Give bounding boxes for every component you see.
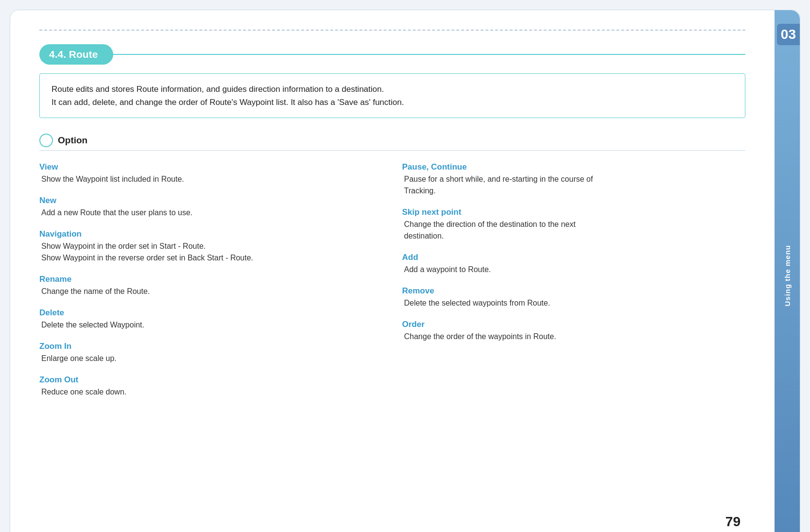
option-zoom-in-desc: Enlarge one scale up. [39,353,383,364]
sidebar-label: Using the menu [783,245,792,307]
option-zoom-in: Zoom In Enlarge one scale up. [39,342,383,364]
option-add-label: Add [402,253,746,262]
section-heading-pill: 4.4. Route [39,44,113,65]
option-skip-next-point-desc: Change the direction of the destination … [402,219,746,242]
option-pause-continue: Pause, Continue Pause for a short while,… [402,162,746,197]
option-heading: Option [39,134,745,147]
option-view: View Show the Waypoint list included in … [39,162,383,185]
option-view-label: View [39,162,383,172]
option-rename-desc: Change the name of the Route. [39,286,383,297]
option-remove-label: Remove [402,286,746,296]
option-new-desc: Add a new Route that the user plans to u… [39,207,383,219]
section-title: 4.4. Route [49,49,98,60]
option-new: New Add a new Route that the user plans … [39,196,383,219]
option-divider [39,150,745,151]
chapter-number: 03 [777,24,800,45]
option-remove: Remove Delete the selected waypoints fro… [402,286,746,309]
option-delete-desc: Delete the selected Waypoint. [39,319,383,331]
option-delete-label: Delete [39,308,383,318]
option-add: Add Add a waypoint to Route. [402,253,746,275]
option-order-label: Order [402,320,746,329]
option-pause-continue-desc: Pause for a short while, and re-starting… [402,173,746,197]
option-heading-text: Option [58,135,87,146]
option-delete: Delete Delete the selected Waypoint. [39,308,383,331]
option-zoom-out: Zoom Out Reduce one scale down. [39,375,383,398]
left-column: View Show the Waypoint list included in … [39,162,402,409]
option-zoom-out-desc: Reduce one scale down. [39,386,383,398]
info-box: Route edits and stores Route information… [39,73,745,118]
option-view-desc: Show the Waypoint list included in Route… [39,173,383,185]
page-container: 4.4. Route Route edits and stores Route … [10,10,800,532]
right-column: Pause, Continue Pause for a short while,… [402,162,746,409]
option-new-label: New [39,196,383,206]
dotted-divider [39,30,745,31]
option-navigation: Navigation Show Waypoint in the order se… [39,229,383,264]
option-rename-label: Rename [39,275,383,284]
option-skip-next-point: Skip next point Change the direction of … [402,207,746,242]
option-skip-next-point-label: Skip next point [402,207,746,217]
option-add-desc: Add a waypoint to Route. [402,264,746,275]
option-zoom-out-label: Zoom Out [39,375,383,385]
option-circle-icon [39,134,53,147]
option-zoom-in-label: Zoom In [39,342,383,351]
main-content: 4.4. Route Route edits and stores Route … [10,10,775,532]
options-columns: View Show the Waypoint list included in … [39,162,745,409]
section-heading-wrapper: 4.4. Route [39,44,745,65]
option-pause-continue-label: Pause, Continue [402,162,746,172]
page-number: 79 [725,514,741,530]
option-rename: Rename Change the name of the Route. [39,275,383,297]
option-navigation-label: Navigation [39,229,383,239]
info-text: Route edits and stores Route information… [52,83,733,109]
option-order: Order Change the order of the waypoints … [402,320,746,343]
option-remove-desc: Delete the selected waypoints from Route… [402,297,746,309]
option-order-desc: Change the order of the waypoints in Rou… [402,331,746,343]
option-navigation-desc: Show Waypoint in the order set in Start … [39,240,383,264]
sidebar: 03 Using the menu [775,10,800,532]
heading-line [113,54,745,55]
